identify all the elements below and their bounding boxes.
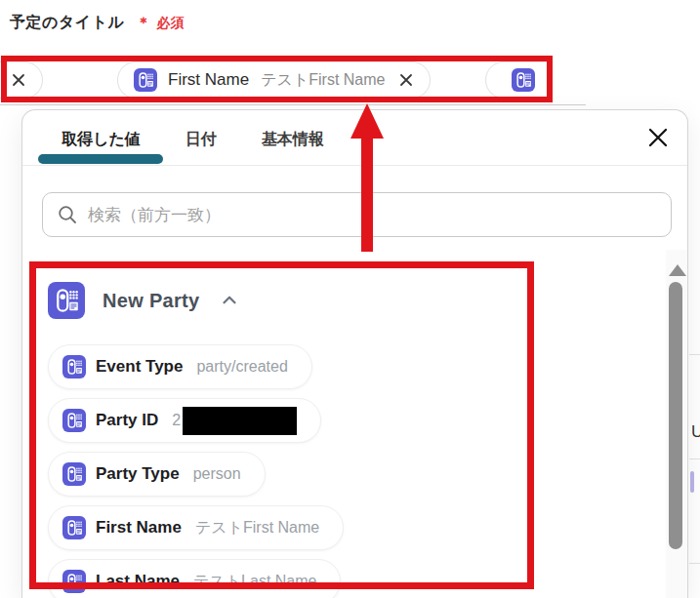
field-label: Event Type — [96, 357, 183, 377]
tab-date[interactable]: 日付 — [184, 126, 219, 154]
background-divider — [689, 354, 700, 355]
party-field-icon — [62, 355, 86, 379]
field-label: 予定のタイトル — [10, 13, 124, 33]
field-value: person — [193, 465, 241, 483]
search-placeholder: 検索（前方一致） — [88, 204, 221, 226]
annotation-arrow-head — [350, 103, 384, 139]
remove-chip-icon[interactable] — [11, 72, 26, 88]
scrollbar-thumb[interactable] — [669, 282, 682, 549]
party-field-icon — [62, 409, 86, 432]
search-input[interactable]: 検索（前方一致） — [42, 192, 672, 237]
field-value: テストFirst Name — [195, 518, 319, 538]
field-label: Party ID — [96, 411, 158, 430]
screenshot-root: 予定のタイトル ＊ 必須 Title First Name テストFirst N… — [0, 0, 700, 598]
field-label: Party Type — [96, 464, 180, 484]
annotation-arrow-shaft — [361, 137, 373, 252]
required-asterisk: ＊ — [136, 14, 150, 32]
search-icon — [57, 204, 78, 225]
field-item-last-name[interactable]: Last Name テストLast Name — [48, 559, 341, 598]
party-field-icon — [62, 570, 86, 593]
group-header-new-party[interactable]: New Party — [48, 282, 240, 319]
background-text-fragment: U — [691, 422, 700, 442]
tab-basic-info[interactable]: 基本情報 — [260, 126, 326, 154]
party-field-icon — [134, 68, 157, 92]
required-badge: 必須 — [156, 15, 184, 32]
field-label: Last Name — [96, 572, 180, 591]
field-item-party-type[interactable]: Party Type person — [48, 452, 266, 497]
field-item-party-id[interactable]: Party ID 2 — [48, 398, 321, 443]
field-value: 2 — [172, 412, 181, 429]
tab-bar: 取得した値 日付 基本情報 — [60, 126, 326, 154]
variable-picker-modal: 取得した値 日付 基本情報 検索（前方一致） New Party — [21, 109, 688, 598]
chip-label: First Name — [168, 70, 249, 90]
active-tab-indicator — [38, 154, 163, 164]
chip-partial[interactable] — [485, 61, 553, 99]
close-icon[interactable] — [644, 124, 672, 151]
chevron-up-icon[interactable] — [219, 290, 240, 311]
field-item-event-type[interactable]: Event Type party/created — [48, 344, 312, 389]
chip-title[interactable]: Title — [0, 61, 43, 99]
field-value: party/created — [196, 358, 287, 376]
background-divider — [689, 458, 700, 459]
tab-divider — [22, 165, 687, 166]
title-input-underline — [0, 104, 586, 105]
remove-chip-icon[interactable] — [398, 72, 414, 88]
party-app-icon — [48, 282, 85, 319]
field-item-first-name[interactable]: First Name テストFirst Name — [48, 505, 344, 550]
party-field-icon — [62, 462, 86, 486]
party-field-icon — [512, 68, 535, 92]
chip-value: テストFirst Name — [261, 70, 385, 91]
scrollbar-up-arrow-icon[interactable] — [669, 264, 686, 276]
group-name: New Party — [103, 290, 199, 312]
field-label: First Name — [96, 518, 182, 538]
redaction-bar — [183, 407, 297, 435]
tab-retrieved-values[interactable]: 取得した値 — [60, 126, 143, 154]
title-input[interactable]: Title First Name テストFirst Name — [0, 57, 553, 101]
party-field-icon — [62, 516, 86, 539]
background-divider — [689, 563, 700, 564]
field-label-row: 予定のタイトル ＊ 必須 — [10, 13, 184, 33]
field-value: テストLast Name — [193, 572, 317, 592]
background-fragment — [690, 471, 694, 493]
chip-first-name[interactable]: First Name テストFirst Name — [117, 61, 431, 99]
